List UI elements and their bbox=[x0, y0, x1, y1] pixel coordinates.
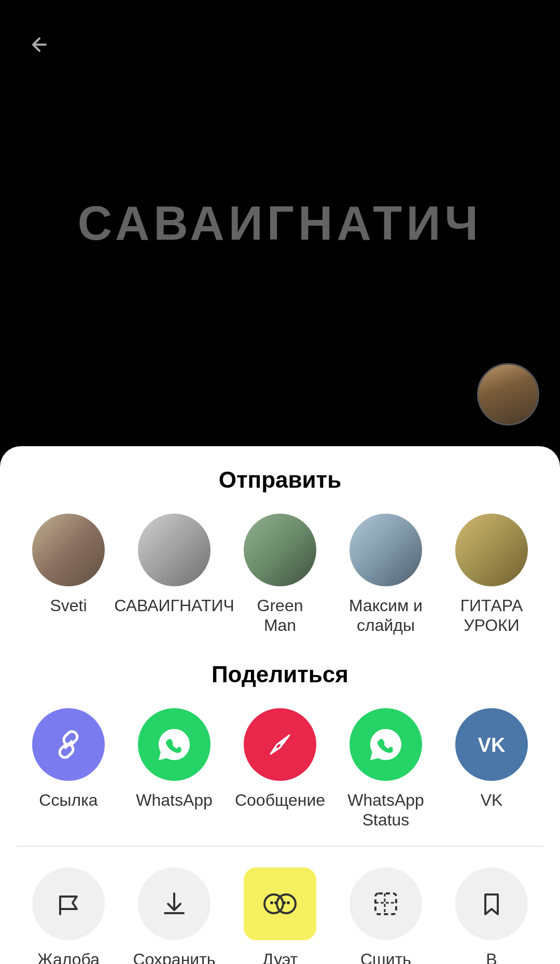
message-icon-circle bbox=[244, 708, 316, 781]
contact-label-guitar: ГИТАРА УРОКИ bbox=[450, 596, 533, 636]
flag-icon-circle bbox=[32, 867, 105, 940]
action-report-label: Жалоба bbox=[37, 949, 100, 964]
duet-icon-circle bbox=[244, 867, 316, 940]
contact-label-maxim: Максим и слайды bbox=[344, 596, 427, 636]
svg-point-5 bbox=[270, 901, 273, 904]
contact-avatar-sava bbox=[138, 514, 211, 586]
stitch-icon-circle bbox=[349, 867, 422, 940]
whatsapp-icon-circle bbox=[138, 708, 211, 781]
video-area: САВАИГНАТИЧ bbox=[0, 0, 560, 446]
vk-icon-circle: VK bbox=[455, 708, 528, 781]
contact-sveti[interactable]: Sveti bbox=[27, 514, 110, 636]
share-whatsapp[interactable]: WhatsApp bbox=[128, 708, 221, 830]
share-vk-label: VK bbox=[481, 790, 503, 810]
contact-label-sava: САВАИГНАТИЧ bbox=[114, 596, 234, 615]
contact-avatar-maxim bbox=[349, 514, 422, 586]
send-section-title: Отправить bbox=[16, 467, 544, 493]
bookmark-icon-circle bbox=[455, 867, 528, 940]
creator-avatar bbox=[477, 363, 539, 425]
share-whatsapp-status[interactable]: WhatsApp Status bbox=[339, 708, 432, 830]
share-whatsapp-label: WhatsApp bbox=[136, 790, 213, 810]
share-message-label: Сообщение bbox=[235, 790, 325, 810]
link-icon-circle bbox=[32, 708, 105, 781]
share-message[interactable]: Сообщение bbox=[233, 708, 327, 830]
contact-avatar-green bbox=[244, 514, 316, 586]
share-link-label: Ссылка bbox=[39, 790, 97, 810]
video-title: САВАИГНАТИЧ bbox=[78, 196, 482, 251]
download-icon-circle bbox=[138, 867, 211, 940]
contact-label-green: Green Man bbox=[239, 596, 321, 636]
actions-row: Жалоба Сохранить видео bbox=[16, 867, 544, 964]
action-duet-label: Дуэт bbox=[262, 949, 298, 964]
contact-label-sveti: Sveti bbox=[50, 596, 87, 615]
svg-point-4 bbox=[277, 894, 296, 913]
contact-sava[interactable]: САВАИГНАТИЧ bbox=[133, 514, 216, 636]
contact-guitar[interactable]: ГИТАРА УРОКИ bbox=[450, 514, 533, 636]
whatsapp-status-icon-circle bbox=[349, 708, 422, 781]
back-button[interactable] bbox=[26, 31, 53, 58]
action-report[interactable]: Жалоба bbox=[22, 867, 115, 964]
contact-green[interactable]: Green Man bbox=[239, 514, 321, 636]
share-section-title: Поделиться bbox=[16, 662, 544, 687]
bottom-sheet: Отправить Sveti САВАИГНАТИЧ Green Man Ма… bbox=[0, 446, 560, 964]
contacts-row: Sveti САВАИГНАТИЧ Green Man Максим и сла… bbox=[16, 514, 544, 636]
action-favorite-label: В избранное bbox=[445, 949, 538, 964]
action-save-label: Сохранить видео bbox=[128, 949, 221, 964]
action-save[interactable]: Сохранить видео bbox=[128, 867, 221, 964]
contact-avatar-guitar bbox=[455, 514, 528, 586]
share-whatsapp-status-label: WhatsApp Status bbox=[339, 790, 432, 830]
divider bbox=[16, 846, 544, 847]
action-stitch[interactable]: Сшить bbox=[339, 867, 432, 964]
share-link[interactable]: Ссылка bbox=[22, 708, 115, 830]
svg-point-7 bbox=[283, 901, 286, 904]
svg-point-6 bbox=[274, 901, 277, 904]
svg-point-8 bbox=[287, 901, 290, 904]
svg-rect-9 bbox=[375, 893, 396, 914]
action-favorite[interactable]: В избранное bbox=[445, 867, 538, 964]
contact-avatar-sveti bbox=[32, 514, 105, 586]
share-vk[interactable]: VK VK bbox=[445, 708, 538, 830]
action-duet[interactable]: Дуэт bbox=[233, 867, 327, 964]
share-row: Ссылка WhatsApp Сообщение bbox=[16, 708, 544, 830]
contact-maxim[interactable]: Максим и слайды bbox=[344, 514, 427, 636]
action-stitch-label: Сшить bbox=[360, 949, 411, 964]
svg-text:VK: VK bbox=[478, 734, 506, 756]
